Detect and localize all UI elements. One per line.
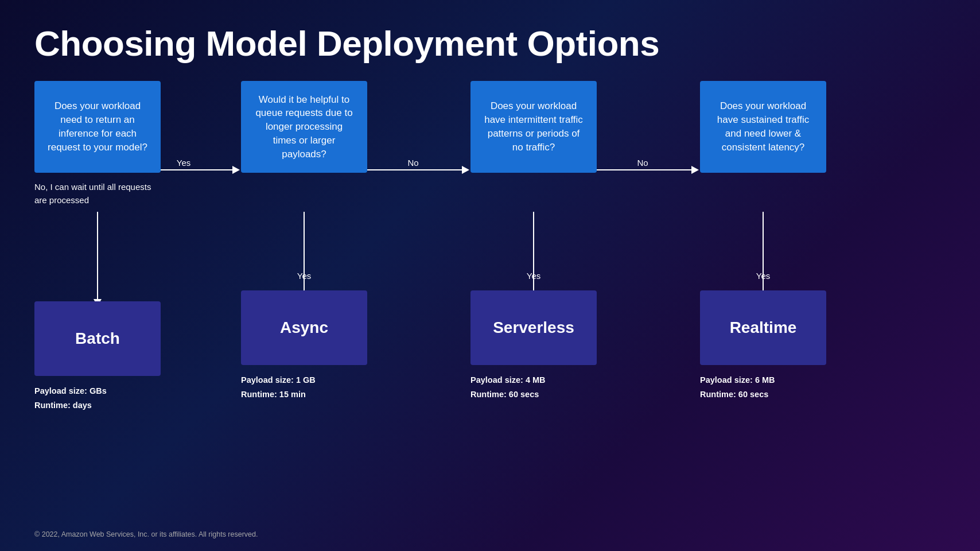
- column-4: Does your workload have sustained traffi…: [700, 81, 826, 401]
- result-info-1: Payload size: GBs Runtime: days: [34, 384, 161, 412]
- svg-marker-4: [462, 166, 469, 174]
- svg-marker-1: [232, 166, 240, 174]
- decision-text-1: Does your workload need to return an inf…: [47, 99, 148, 154]
- result-info-2: Payload size: 1 GB Runtime: 15 min: [241, 373, 367, 401]
- svg-text:No: No: [407, 158, 418, 168]
- result-box-4: Realtime: [700, 290, 826, 365]
- column-2: Would it be helpful to queue requests du…: [241, 81, 367, 401]
- decision-text-2: Would it be helpful to queue requests du…: [254, 93, 355, 161]
- svg-text:No: No: [637, 158, 648, 168]
- decision-box-2: Would it be helpful to queue requests du…: [241, 81, 367, 173]
- page-title: Choosing Model Deployment Options: [0, 0, 980, 81]
- result-box-2: Async: [241, 290, 367, 365]
- result-info-4: Payload size: 6 MB Runtime: 60 secs: [700, 373, 826, 401]
- decision-box-3: Does your workload have intermittent tra…: [470, 81, 597, 173]
- flowchart-wrapper: Yes No No Yes Yes Yes Does your workl: [0, 81, 980, 483]
- result-box-1: Batch: [34, 301, 161, 376]
- no-wait-label: No, I can wait until all requests are pr…: [34, 181, 161, 207]
- decision-text-3: Does your workload have intermittent tra…: [483, 99, 584, 154]
- svg-marker-7: [691, 166, 699, 174]
- column-1: Does your workload need to return an inf…: [34, 81, 161, 412]
- result-box-3: Serverless: [470, 290, 597, 365]
- column-3: Does your workload have intermittent tra…: [470, 81, 597, 401]
- result-info-3: Payload size: 4 MB Runtime: 60 secs: [470, 373, 597, 401]
- svg-text:Yes: Yes: [177, 158, 190, 168]
- decision-text-4: Does your workload have sustained traffi…: [713, 99, 814, 154]
- footer: © 2022, Amazon Web Services, Inc. or its…: [34, 530, 258, 538]
- decision-box-4: Does your workload have sustained traffi…: [700, 81, 826, 173]
- decision-box-1: Does your workload need to return an inf…: [34, 81, 161, 173]
